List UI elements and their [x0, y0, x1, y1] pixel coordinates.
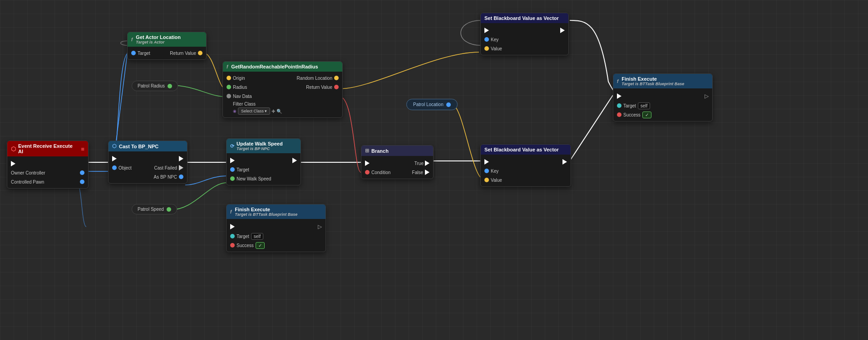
finish-bottom-exec-in	[230, 224, 235, 229]
branch-title: Branch	[371, 148, 389, 154]
finish-right-success: Success ✓	[617, 112, 651, 118]
node-patrol-speed: Patrol Speed	[132, 204, 177, 214]
setbb-bot-header: Set Blackboard Value as Vector	[481, 145, 571, 155]
select-class-button[interactable]: Select Class ▾	[238, 107, 270, 115]
branch-exec-in	[365, 160, 370, 166]
finish-bottom-success-label: Success	[237, 243, 254, 248]
node-set-blackboard-top: Set Blackboard Value as Vector Key Value	[480, 13, 569, 55]
update-icon: ⟳	[230, 143, 234, 149]
setbb-top-key: Key	[484, 37, 498, 42]
filter-class-area: Filter Class ◉ Select Class ▾ ✚ 🔍	[227, 102, 339, 115]
nav-left: Nav Data	[227, 94, 252, 99]
return-val-dot	[334, 85, 339, 89]
target-dot	[131, 51, 136, 55]
cast-failed-label: Cast Failed	[154, 165, 177, 170]
update-header: ⟳ Update Walk Speed Target is BP NPC	[227, 139, 301, 153]
object-dot	[112, 165, 117, 170]
finish-bottom-target: Target self	[230, 233, 263, 240]
finish-bottom-success-row: Success ✓	[230, 242, 322, 249]
cast-failed-pin	[179, 165, 183, 170]
setbb-top-title: Set Blackboard Value as Vector	[484, 15, 559, 21]
select-class-text: Select Class	[241, 109, 264, 113]
get-random-origin: Origin Random Location	[227, 74, 339, 82]
event-close-icon: ■	[81, 146, 84, 152]
cast-failed-row: Cast Failed	[154, 165, 183, 170]
cast-as-row: As BP NPC	[112, 173, 183, 180]
finish-right-success-label: Success	[623, 112, 641, 117]
get-actor-title: Get Actor Location	[136, 34, 181, 40]
finish-right-success-dot	[617, 112, 621, 117]
select-class-chevron: ▾	[265, 109, 267, 113]
owner-label: Owner Controller	[11, 170, 45, 175]
finish-bottom-exec-out: ▷	[318, 223, 322, 230]
setbb-top-value-label: Value	[491, 46, 502, 51]
return-val-label: Return Value	[306, 85, 332, 90]
get-random-header: f GetRandomReachablePointInRadius	[223, 62, 342, 72]
finish-bottom-exec: ▷	[230, 222, 322, 231]
pawn-label: Controlled Pawn	[11, 180, 44, 185]
get-actor-return: Return Value	[170, 51, 202, 56]
node-get-actor-location: f Get Actor Location Target is Actor Tar…	[127, 32, 207, 60]
node-event-receive-execute-ai: ⬡ Event Receive Execute AI ■ Owner Contr…	[7, 141, 89, 189]
finish-right-target-label: Target	[623, 103, 636, 108]
get-actor-pins: Target Return Value	[131, 49, 202, 57]
finish-right-exec-out: ▷	[705, 93, 709, 99]
finish-bottom-func-icon: f	[230, 209, 232, 214]
setbb-bot-key: Key	[484, 169, 498, 174]
patrol-radius-label: Patrol Radius	[138, 83, 165, 88]
setbb-bot-value: Value	[484, 178, 502, 183]
finish-bottom-target-dot	[230, 234, 235, 238]
cast-title: Cast To BP_NPC	[119, 144, 158, 149]
update-target-row: Target	[230, 166, 297, 173]
finish-right-target-value: self	[638, 102, 651, 109]
setbb-top-key-dot	[484, 37, 489, 42]
cast-icon: ⬡	[112, 143, 117, 149]
finish-bottom-success: Success ✓	[230, 242, 265, 249]
event-header: ⬡ Event Receive Execute AI ■	[7, 141, 88, 156]
patrol-speed-label: Patrol Speed	[138, 207, 164, 212]
get-actor-target-in: Target	[131, 51, 150, 56]
pawn-pin	[80, 180, 84, 184]
update-speed: New Walk Speed	[230, 176, 271, 181]
finish-right-target-row: Target self	[617, 102, 709, 109]
finish-right-header: f Finish Execute Target is BTTask Bluepr…	[613, 74, 712, 88]
owner-pin	[80, 170, 84, 175]
filter-icon-2: 🔍	[276, 109, 282, 114]
cast-object-row: Object Cast Failed	[112, 164, 183, 171]
nav-dot	[227, 94, 231, 98]
setbb-bot-key-dot	[484, 169, 489, 173]
event-exec-out	[11, 159, 84, 167]
get-random-body: Origin Random Location Radius Return Val…	[223, 72, 342, 117]
node-set-blackboard-bottom: Set Blackboard Value as Vector Key Value	[480, 144, 571, 187]
cast-exec-in	[112, 156, 117, 161]
return-dot	[198, 51, 202, 55]
finish-right-exec-in	[617, 93, 621, 99]
patrol-radius-dot	[168, 84, 172, 88]
node-patrol-radius: Patrol Radius	[132, 81, 178, 91]
node-cast-to-bp-npc: ⬡ Cast To BP_NPC Object Cast Failed As B…	[108, 141, 187, 184]
patrol-loc-label: Patrol Location	[413, 102, 444, 107]
setbb-bot-value-dot	[484, 178, 489, 182]
update-speed-row: New Walk Speed	[230, 175, 297, 182]
branch-false-pin	[425, 170, 429, 175]
setbb-bot-exec-in	[484, 159, 489, 165]
event-title: Event Receive Execute AI	[18, 143, 79, 154]
branch-icon: ⊞	[365, 148, 369, 154]
setbb-bot-key-row: Key	[484, 167, 567, 175]
finish-bottom-success-dot	[230, 243, 235, 248]
update-title: Update Walk Speed	[237, 141, 283, 146]
radius-left: Radius	[227, 85, 247, 90]
setbb-top-value-dot	[484, 46, 489, 51]
setbb-bot-key-label: Key	[491, 169, 498, 174]
setbb-bot-title: Set Blackboard Value as Vector	[484, 147, 559, 152]
as-bp-npc-row: As BP NPC	[154, 175, 184, 180]
as-bp-npc-dot	[179, 175, 183, 179]
update-target-dot	[230, 167, 235, 172]
branch-true-pin	[425, 160, 429, 166]
finish-bottom-target-value: self	[251, 233, 264, 240]
branch-condition-row: Condition False	[365, 169, 429, 176]
finish-bottom-subtitle: Target is BTTask Blueprint Base	[235, 212, 297, 217]
radius-label: Radius	[233, 85, 247, 90]
setbb-bot-value-label: Value	[491, 178, 502, 183]
func-icon: f	[131, 37, 133, 42]
